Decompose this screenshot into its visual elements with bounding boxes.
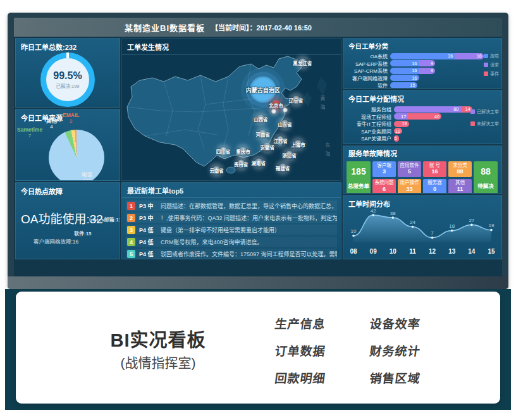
map-point-江苏省: 江苏省: [273, 137, 288, 144]
fault-pending-box: 88 待解决: [474, 161, 498, 194]
fault-cell: 系统问题6: [372, 179, 396, 194]
map-point-辽宁省: 辽宁省: [289, 96, 304, 103]
bar-segment: 16: [455, 53, 484, 59]
bar-segment: 10: [394, 128, 402, 134]
panel-allocation-title: 今日工单分配情况: [343, 90, 501, 105]
bar-row: OA系统3616: [347, 53, 498, 59]
menu-item-equipment-efficiency[interactable]: 设备效率: [369, 314, 422, 331]
bar-label: 软件: [347, 82, 390, 89]
product-subtitle: (战情指挥室): [76, 352, 240, 371]
fault-summary: 185 总服务单 客户端3应用软件5账 号16未分类88系统问题6用户操作33服…: [343, 159, 501, 194]
svg-text:10: 10: [390, 248, 397, 255]
fault-cell: 账 号16: [423, 161, 446, 177]
pie-label-sametime: Sametime 7: [17, 127, 42, 139]
pie-label-sametime-name: Sametime: [17, 127, 42, 133]
resolved-count: 已解决:199: [56, 82, 79, 89]
map-point-贵州省: 贵州省: [234, 160, 249, 167]
panel-top5: 最近新增工单top5 1P3 中问题描述：在那数据管理，数据汇总里，导这个销售中…: [121, 182, 341, 259]
map-point-label: 安徽省: [260, 144, 274, 151]
map-point-四川省: 四川省: [216, 147, 231, 154]
hot-word-4: 客户端网络故障:16: [34, 237, 78, 245]
frame-footer: [8, 276, 508, 289]
priority-label: P4 低: [139, 238, 161, 246]
panel-top5-title: 最近新增工单top5: [122, 183, 341, 198]
dashboard-header: 某制造业BI数据看板 【当前时间】：2017-02-40 16:50: [14, 18, 502, 37]
pie-label-phone-value: 172: [83, 178, 91, 181]
svg-text:24: 24: [410, 219, 415, 225]
fault-cell: 客户端3: [372, 161, 396, 177]
map-point-北京市: 北京市: [269, 101, 283, 108]
map-point-黑龙江省: 黑龙江省: [293, 59, 312, 66]
classification-bars: OA系统3616SAP-ERP系统169SAP-CRM系统169客户端网络故障1…: [343, 53, 501, 89]
map-point-安徽省: 安徽省: [260, 144, 274, 151]
fault-cell: 用户操作33: [398, 179, 421, 194]
svg-text:38: 38: [390, 211, 396, 216]
work-order-description: CRM账号权限，来电400咨询申请进度。: [161, 238, 263, 246]
menu-item-production-info[interactable]: 生产信息: [274, 314, 327, 331]
panel-yesterday-title: 昨日工单总数:232: [16, 39, 120, 53]
map-point-重庆市: 重庆市: [236, 147, 250, 154]
pie-label-phone-name: 电话: [82, 171, 92, 178]
map-point-山东省: 山东省: [278, 121, 292, 128]
legend-swatch: [484, 63, 488, 67]
bar-segment: 80: [394, 106, 461, 113]
fault-total-box: 185 总服务单: [347, 161, 371, 194]
svg-text:42: 42: [371, 208, 376, 214]
dashboard-frame: 某制造业BI数据看板 【当前时间】：2017-02-40 16:50 昨日工单总…: [8, 13, 508, 289]
map-point-label: 河南省: [255, 131, 270, 138]
fault-grid: 客户端3应用软件5账 号16未分类88系统问题6用户操作33服务器0其他11: [372, 161, 472, 194]
allocation-legend: 已解决工单未解决工单: [470, 108, 499, 127]
menu-item-payment-detail[interactable]: 回款明细: [274, 369, 327, 386]
map-point-label: 山西省: [254, 116, 268, 123]
svg-text:08: 08: [350, 248, 357, 255]
bar-segment: 16: [390, 60, 419, 66]
china-map-svg: [122, 54, 341, 181]
map-point-label: 云南省: [209, 166, 224, 173]
panel-map: 工单发生情况: [121, 38, 341, 181]
svg-text:7: 7: [431, 230, 434, 236]
bar-segment: 36: [390, 53, 455, 59]
dashboard-title: 某制造业BI数据看板: [125, 22, 205, 34]
menu-item-order-data[interactable]: 订单数据: [274, 342, 327, 359]
bar: 169: [390, 68, 435, 74]
bar: 10: [394, 128, 402, 134]
map-point-湖南省: 湖南省: [252, 159, 266, 166]
menu-item-finance-stats[interactable]: 财务统计: [369, 342, 422, 359]
work-order-description: 驳回或者作废操作。文件编号：175097 询问工程师是否可以处理。需联系：004…: [161, 250, 337, 258]
map-point-上海市: 上海市: [291, 141, 305, 148]
china-map: 黄 海 东 海 黑龙江省内蒙古自治区辽宁省北京市山西省山东省河南省江苏省上海市安…: [122, 54, 341, 181]
bar: 5: [394, 135, 399, 142]
hot-word-2: lnotes邮箱:11: [89, 216, 120, 223]
fault-cell: 其他11: [448, 179, 472, 194]
bar-row: SAP-ERP系统169: [347, 60, 498, 66]
bar-segment: 18: [394, 121, 409, 127]
svg-text:15: 15: [488, 248, 495, 255]
menu-item-sales-region[interactable]: 销售区域: [369, 369, 422, 386]
resolve-rate-donut: 99.5% 已解决:199: [40, 52, 95, 107]
priority-rank-chip: 1: [127, 202, 135, 210]
bar-row: SAP-CRM系统169: [347, 68, 498, 74]
bar: 3616: [390, 53, 484, 59]
work-order-row: 4P4 低CRM账号权限，来电400咨询申请进度。: [126, 237, 337, 247]
map-point-云南省: 云南省: [209, 166, 224, 173]
svg-text:13: 13: [448, 248, 456, 255]
bar: 16: [390, 75, 419, 81]
fault-total-value: 185: [351, 166, 366, 176]
fault-cell: 服务器0: [423, 179, 446, 194]
classification-legend: 故障请求事件: [484, 52, 499, 77]
panel-service-faults: 服务单故障情况 185 总服务单 客户端3应用软件5账 号16未分类88系统问题…: [343, 145, 502, 194]
time-distribution-chart: 1008420938102411712181327141915: [346, 206, 500, 259]
bar-label: SAP关键用户: [347, 135, 394, 142]
map-point-label: 山东省: [278, 121, 292, 128]
panel-classification: 今日工单分类 OA系统3616SAP-ERP系统169SAP-CRM系统169客…: [343, 38, 502, 89]
work-order-row: 2P3 中！,使用事务代码：QA32 问题描述：用户来电表示有一批物料，判定为不…: [126, 213, 337, 223]
work-order-description: 问题描述：在那数据管理，数据汇总里，导这个销售中心的数据汇总，有个人（00040…: [161, 202, 337, 210]
product-title: BI实况看板: [76, 325, 240, 352]
priority-label: P3 中: [139, 214, 161, 222]
map-point-label: 内蒙古自治区: [246, 85, 280, 94]
map-point-label: 辽宁省: [289, 96, 304, 103]
bar-label: 服务台组: [347, 106, 394, 113]
work-order-row: 3P4 低键盘（第一排字母不好用经常需要重启才能用）: [126, 225, 337, 235]
map-point-label: 湖南省: [252, 159, 266, 166]
current-time: 【当前时间】：2017-02-40 16:50: [211, 22, 312, 32]
